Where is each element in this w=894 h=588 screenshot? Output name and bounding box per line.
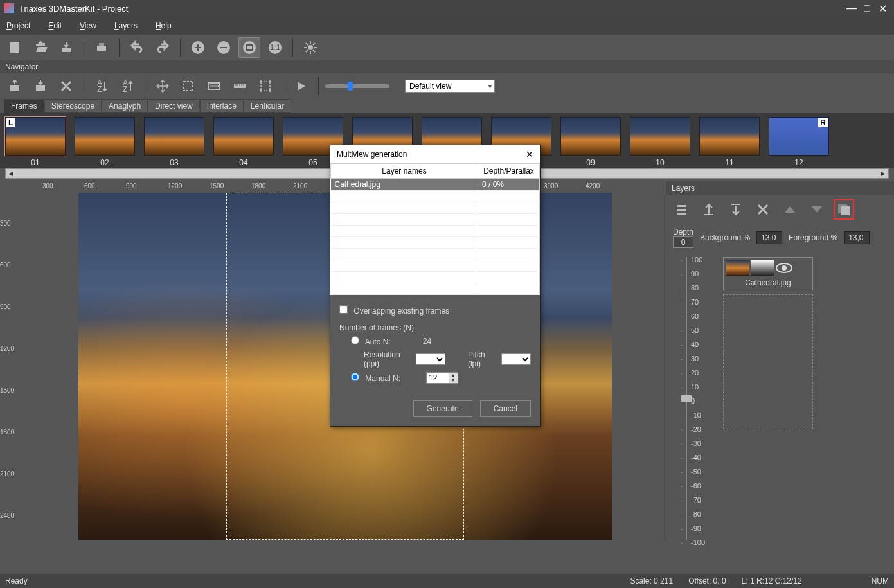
table-row[interactable] (331, 214, 540, 226)
add-frame-button[interactable] (4, 76, 26, 96)
svg-rect-2 (97, 46, 106, 51)
zoom-out-button[interactable] (213, 37, 235, 58)
settings-button[interactable] (299, 37, 321, 58)
view-dropdown[interactable]: Default view (405, 80, 495, 93)
redo-button[interactable] (152, 37, 174, 58)
manual-n-input[interactable]: ▲▼ (426, 372, 458, 384)
svg-point-6 (243, 41, 256, 54)
app-logo-icon (4, 3, 14, 13)
frame-12[interactable]: 12 (769, 117, 829, 167)
svg-rect-25 (184, 82, 193, 91)
tab-anaglyph[interactable]: Anaglyph (102, 99, 148, 113)
export-frame-button[interactable] (30, 76, 51, 96)
pitch-label: Pitch (lpi) (468, 350, 495, 368)
svg-point-36 (260, 89, 262, 92)
table-row[interactable] (331, 283, 540, 295)
tab-frames[interactable]: Frames (4, 99, 44, 113)
scroll-left-icon[interactable]: ◄ (6, 169, 16, 178)
table-row[interactable]: Cathedral.jpg0 / 0% (331, 179, 540, 191)
depth-label: Depth (673, 227, 693, 236)
play-button[interactable] (290, 76, 312, 96)
table-row[interactable] (331, 272, 540, 283)
move-button[interactable] (152, 76, 174, 96)
status-ready: Ready (5, 576, 28, 585)
open-project-button[interactable] (30, 37, 51, 58)
resolution-select[interactable] (416, 353, 445, 365)
tab-lenticular[interactable]: Lenticular (244, 99, 291, 113)
pitch-select[interactable] (501, 353, 531, 365)
scroll-right-icon[interactable]: ► (878, 169, 888, 178)
close-button[interactable]: ✕ (875, 3, 890, 15)
menu-project[interactable]: Project (6, 21, 30, 30)
frame-09[interactable]: 09 (560, 117, 621, 167)
measure-button[interactable] (229, 76, 251, 96)
multiview-dialog: Multiview generation ✕ Layer namesDepth/… (330, 145, 541, 427)
layer-name: Cathedral.jpg (726, 278, 810, 287)
layer-drop-area[interactable] (723, 294, 813, 429)
maximize-button[interactable]: □ (859, 3, 875, 14)
zoom-100-button[interactable]: 1:1 (264, 37, 286, 58)
layer-down-arrow-button[interactable] (726, 199, 746, 220)
tab-direct-view[interactable]: Direct view (148, 99, 200, 113)
table-row[interactable] (331, 226, 540, 237)
tab-interlace[interactable]: Interlace (200, 99, 244, 113)
table-row[interactable] (331, 237, 540, 249)
auto-n-radio[interactable]: Auto N: (351, 336, 391, 346)
menu-help[interactable]: Help (156, 21, 172, 30)
depth-slider[interactable]: 100 90 80 70 60 50 40 30 20 10 0 -10 -20… (672, 257, 717, 540)
undo-button[interactable] (126, 37, 148, 58)
zoom-in-button[interactable] (187, 37, 209, 58)
manual-n-radio[interactable]: Manual N: (351, 373, 400, 383)
frame-04[interactable]: 04 (213, 117, 274, 167)
delete-frame-button[interactable] (55, 76, 77, 96)
view-tabs: Frames Stereoscope Anaglyph Direct view … (0, 99, 894, 113)
cancel-button[interactable]: Cancel (480, 400, 531, 417)
frame-11[interactable]: 11 (699, 117, 760, 167)
layers-title: Layers (666, 181, 894, 195)
overlap-checkbox[interactable]: Overlapping existing frames (339, 305, 449, 316)
layer-stack-button[interactable] (834, 199, 854, 220)
frame-01[interactable]: 01 (5, 117, 66, 167)
svg-line-18 (313, 43, 315, 45)
vertical-ruler: 300 600 900 1200 1500 1800 2100 2400 (0, 181, 17, 541)
layer-up-arrow-button[interactable] (699, 199, 719, 220)
dialog-title: Multiview generation (337, 150, 407, 159)
layer-move-up-button[interactable] (780, 199, 800, 220)
layer-item[interactable]: Cathedral.jpg (723, 257, 813, 290)
minimize-button[interactable]: — (844, 3, 859, 14)
table-row[interactable] (331, 249, 540, 260)
layers-toolbar (666, 195, 894, 224)
background-input[interactable] (756, 231, 782, 244)
svg-rect-1 (62, 48, 71, 52)
sort-asc-button[interactable]: AZ (91, 76, 112, 96)
dialog-close-button[interactable]: ✕ (526, 149, 533, 159)
svg-rect-38 (677, 205, 686, 207)
table-row[interactable] (331, 202, 540, 214)
layer-move-down-button[interactable] (807, 199, 827, 220)
eye-icon[interactable] (775, 262, 793, 274)
menu-view[interactable]: View (80, 21, 96, 30)
frame-03[interactable]: 03 (144, 117, 204, 167)
transform-button[interactable] (255, 76, 276, 96)
speed-slider[interactable] (325, 84, 389, 88)
print-button[interactable] (91, 37, 112, 58)
fit-window-button[interactable] (238, 37, 260, 58)
sort-desc-button[interactable]: AZ (116, 76, 138, 96)
table-row[interactable] (331, 260, 540, 272)
window-title: Triaxes 3DMasterKit - Project (19, 4, 844, 13)
layer-align-button[interactable] (672, 199, 692, 220)
generate-button[interactable]: Generate (413, 400, 472, 417)
menu-layers[interactable]: Layers (114, 21, 138, 30)
crop-button[interactable] (177, 76, 199, 96)
frame-02[interactable]: 02 (75, 117, 135, 167)
layer-delete-button[interactable] (753, 199, 773, 220)
table-row[interactable] (331, 191, 540, 202)
resize-button[interactable] (203, 76, 225, 96)
frame-10[interactable]: 10 (630, 117, 690, 167)
foreground-input[interactable] (844, 231, 870, 244)
menu-edit[interactable]: Edit (48, 21, 62, 30)
save-project-button[interactable] (55, 37, 77, 58)
tab-stereoscope[interactable]: Stereoscope (44, 99, 102, 113)
new-project-button[interactable] (4, 37, 26, 58)
depth-value: 0 (673, 236, 693, 248)
